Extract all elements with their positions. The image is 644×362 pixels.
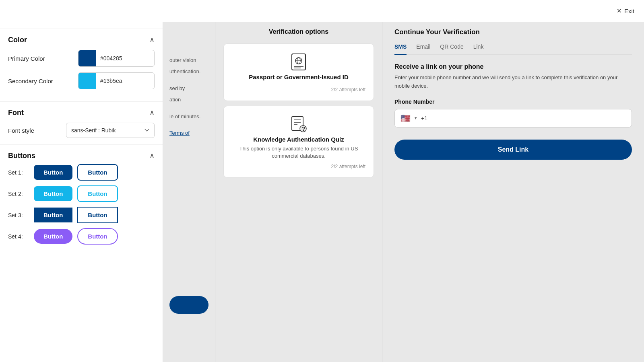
receive-link-title: Receive a link on your phone	[394, 63, 632, 70]
passport-icon	[289, 52, 309, 74]
btn-set4-outline[interactable]: Button	[77, 228, 118, 245]
btn-set3-outline[interactable]: Button	[77, 207, 118, 223]
font-style-select[interactable]: sans-Serif : Rubik serif : Georgia monos…	[66, 123, 155, 138]
verification-options-panel: Verification options Passport or Governm…	[215, 0, 382, 362]
btn-set4-label: Set 4:	[8, 233, 29, 240]
buttons-section-header: Buttons ∧	[8, 151, 155, 160]
flag-dropdown[interactable]: ▾	[415, 115, 417, 121]
buttons-section: Buttons ∧ Set 1: Button Button Set 2: Bu…	[0, 145, 163, 256]
color-section: Color ∧ Primary Color Secondary Color	[0, 29, 163, 102]
secondary-color-input-group	[78, 72, 155, 89]
font-section: Font ∧ Font style sans-Serif : Rubik ser…	[0, 102, 163, 145]
passport-card-title: Passport or Government-Issued ID	[249, 74, 349, 80]
btn-set4-solid[interactable]: Button	[34, 229, 72, 244]
btn-set1-label: Set 1:	[8, 169, 29, 176]
passport-card[interactable]: Passport or Government-Issued ID 2/2 att…	[223, 43, 374, 101]
verification-tabs: SMS Email QR Code Link	[394, 43, 632, 55]
btn-set1-outline[interactable]: Button	[77, 164, 118, 181]
font-section-header: Font ∧	[8, 108, 155, 117]
btn-set2-outline[interactable]: Button	[77, 185, 118, 202]
buttons-toggle-button[interactable]: ∧	[149, 151, 155, 160]
primary-color-label: Primary Color	[8, 55, 45, 62]
send-link-button[interactable]: Send Link	[394, 140, 632, 160]
quiz-attempts: 2/2 attempts left	[232, 164, 365, 169]
primary-color-swatch[interactable]	[78, 50, 96, 66]
quiz-card-title: Knowledge Authentication Quiz	[253, 136, 344, 143]
font-section-title: Font	[8, 109, 24, 117]
btn-set2-label: Set 2:	[8, 191, 29, 197]
btn-set1-solid[interactable]: Button	[34, 165, 72, 180]
secondary-color-label: Secondary Color	[8, 78, 53, 84]
partial-text-5: le of minutes.	[169, 113, 208, 121]
top-bar: ✕ Exit	[0, 0, 644, 22]
partial-text-3: sed by	[169, 84, 208, 93]
button-set-3-row: Set 3: Button Button	[8, 207, 155, 223]
secondary-color-swatch[interactable]	[78, 73, 96, 89]
svg-text:?: ?	[302, 125, 305, 132]
exit-label: Exit	[624, 8, 634, 14]
primary-color-hex-input[interactable]	[96, 55, 155, 62]
close-icon: ✕	[617, 7, 622, 14]
partial-action-button[interactable]	[169, 296, 208, 314]
quiz-icon: ?	[289, 114, 309, 136]
btn-set3-solid[interactable]: Button	[34, 208, 72, 222]
partial-panel: outer vision uthentication. sed by ation…	[163, 0, 215, 362]
button-set-2-row: Set 2: Button Button	[8, 185, 155, 202]
btn-set3-label: Set 3:	[8, 212, 29, 218]
partial-text-4: ation	[169, 96, 208, 104]
tab-link[interactable]: Link	[473, 43, 484, 55]
color-toggle-button[interactable]: ∧	[149, 35, 155, 44]
primary-color-row: Primary Color	[8, 50, 155, 67]
quiz-card-desc: This option is only available to persons…	[232, 145, 365, 160]
knowledge-quiz-card[interactable]: ? Knowledge Authentication Quiz This opt…	[223, 106, 374, 178]
font-style-label: Font style	[8, 127, 34, 134]
tab-email[interactable]: Email	[416, 43, 430, 55]
tab-qr-code[interactable]: QR Code	[440, 43, 463, 55]
tab-sms[interactable]: SMS	[394, 43, 407, 55]
button-set-4-row: Set 4: Button Button	[8, 228, 155, 245]
color-section-title: Color	[8, 36, 27, 44]
svg-rect-0	[292, 54, 305, 70]
color-section-header: Color ∧	[8, 35, 155, 44]
partial-text-2: uthentication.	[169, 68, 208, 76]
main-content: outer vision uthentication. sed by ation…	[163, 0, 644, 362]
us-flag-icon: 🇺🇸	[400, 113, 411, 123]
partial-text-1: outer vision	[169, 56, 208, 64]
button-set-1-row: Set 1: Button Button	[8, 164, 155, 181]
btn-set2-solid[interactable]: Button	[34, 186, 72, 201]
secondary-color-row: Secondary Color	[8, 72, 155, 89]
secondary-color-hex-input[interactable]	[96, 78, 155, 84]
primary-color-input-group	[78, 50, 155, 67]
terms-link[interactable]: Terms of	[169, 130, 190, 136]
continue-verification-panel: Continue Your Verification SMS Email QR …	[382, 0, 644, 362]
continue-verification-title: Continue Your Verification	[394, 28, 632, 36]
font-style-row: Font style sans-Serif : Rubik serif : Ge…	[8, 123, 155, 138]
phone-input-row: 🇺🇸 ▾ +1	[394, 109, 632, 128]
phone-number-label: Phone Number	[394, 99, 632, 105]
exit-button[interactable]: ✕ Exit	[617, 7, 634, 14]
verification-options-title: Verification options	[223, 28, 374, 35]
receive-link-desc: Enter your mobile phone number and we wi…	[394, 74, 632, 90]
passport-attempts: 2/2 attempts left	[232, 87, 365, 93]
buttons-section-title: Buttons	[8, 152, 35, 160]
theme-editor-panel: Theme Editor ‹ Color ∧ Primary Color Sec…	[0, 0, 163, 362]
font-toggle-button[interactable]: ∧	[149, 108, 155, 117]
phone-plus: +1	[421, 115, 427, 121]
sms-content: Receive a link on your phone Enter your …	[394, 63, 632, 160]
